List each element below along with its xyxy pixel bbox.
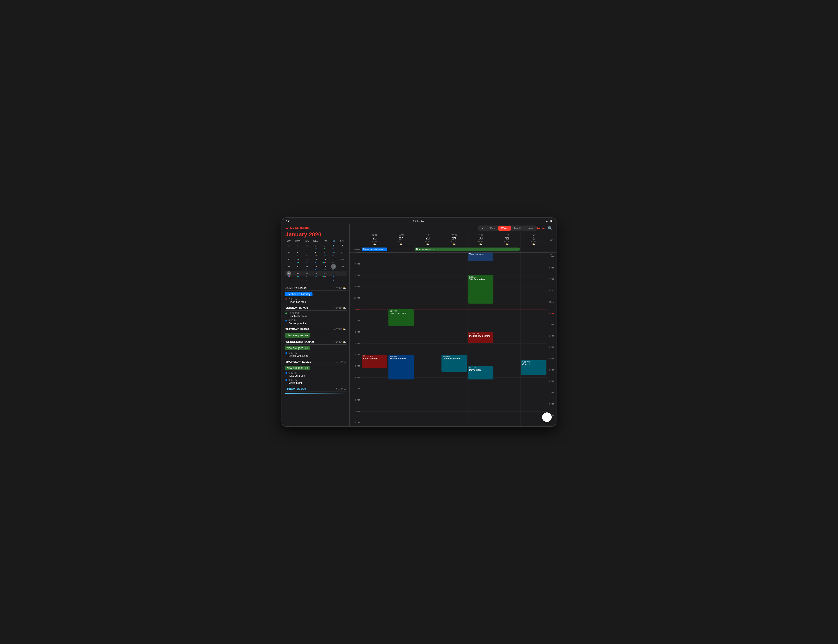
tuesday-label: TUESDAY 1/28/20 — [285, 328, 309, 331]
dinner-sam-item[interactable]: 6:00 PM Dinner with Sam — [285, 352, 347, 357]
mini-cal-day[interactable]: 29 — [286, 243, 291, 248]
my-calendars-label[interactable]: My Calendars — [290, 226, 309, 229]
status-bar: 9:41 Fri Jan 24 ▾▾ ▮▮ — [282, 218, 556, 224]
mini-cal-day[interactable]: 8 — [340, 278, 345, 283]
mini-cal-week-1[interactable]: 29 30 31 1 2 3 4 — [285, 243, 347, 248]
new-site-tue-tag[interactable]: New site goes live — [285, 333, 310, 338]
event-dot-blue — [285, 352, 287, 354]
clean-fish-tank-event[interactable]: ☐ 7:00 PM Clean fish tank — [362, 355, 387, 368]
week-day-mon[interactable]: MON 27 45°33° ⛅ — [388, 233, 415, 246]
clean-fish-tank-item[interactable]: 7:00 PM Clean fish tank — [285, 298, 347, 304]
lunch-interview-item[interactable]: 12:00 PM Lunch interview — [285, 312, 347, 318]
year-view-btn[interactable]: Year — [525, 226, 536, 231]
mini-cal-day[interactable]: 20 — [295, 264, 300, 269]
mini-cal-day[interactable]: 4 — [305, 278, 309, 283]
week-day-sun[interactable]: SUN 26 47°36° ⛅ — [361, 233, 388, 246]
stephanie-birthday-allday[interactable]: Stephanie's birthday — [362, 248, 387, 251]
mini-cal-day[interactable]: 6 — [295, 250, 300, 255]
week-day-tue[interactable]: TUE 28 42°32° ⛅ — [415, 233, 441, 246]
mini-cal-day[interactable]: 9 — [322, 250, 327, 255]
mini-cal-day[interactable]: 1 — [340, 271, 345, 276]
day-col-wed[interactable]: 6:00 PM Dinner with Sam — [441, 253, 468, 426]
day-col-sat[interactable]: 7:30 PM Concert — [520, 253, 547, 426]
new-site-allday[interactable]: New site goes live — [415, 248, 520, 251]
mini-cal-day[interactable]: 5 — [286, 250, 291, 255]
mini-cal-week-4[interactable]: 19 20 21 22 23 24 25 — [285, 264, 347, 269]
mini-cal-week-2[interactable]: 5 6 7 8 9 10 11 — [285, 250, 347, 255]
mini-cal-day[interactable]: 2 — [286, 278, 291, 283]
mini-cal-day[interactable]: 7 — [305, 250, 309, 255]
mini-cal-day[interactable]: 30 — [295, 243, 300, 248]
mini-cal-day[interactable]: 19 — [286, 264, 291, 269]
mini-cal-day[interactable]: 10 — [331, 250, 336, 255]
mini-cal-day[interactable]: 16 — [322, 257, 327, 262]
take-out-trash-item[interactable]: 6:30 AM Take out trash — [285, 371, 347, 377]
week-day-thu[interactable]: THU 30 42°34° ⛅ — [468, 233, 494, 246]
add-event-button[interactable]: + — [542, 412, 552, 422]
mini-cal-day[interactable]: 31 — [305, 243, 309, 248]
lunch-interview-event[interactable]: 12:00 PM Lunch interview — [389, 309, 414, 326]
allday-cell-sun[interactable]: Stephanie's birthday — [361, 247, 388, 252]
mini-cal-day[interactable]: 30 — [322, 271, 327, 276]
mini-cal-day-selected[interactable]: 26 — [286, 271, 291, 276]
new-site-thu-tag[interactable]: New site goes live — [285, 366, 310, 370]
mini-cal-day[interactable]: 14 — [305, 257, 309, 262]
new-site-wed-tag[interactable]: New site goes live — [285, 346, 310, 350]
take-out-trash-event[interactable]: Take out trash — [468, 253, 494, 261]
mini-cal-day[interactable]: 25 — [340, 264, 345, 269]
mini-cal-day[interactable]: 3 — [295, 278, 300, 283]
week-view-btn[interactable]: Week — [498, 226, 511, 231]
mini-cal-day[interactable]: 6 — [322, 278, 327, 283]
mini-cal-day[interactable]: 23 — [322, 264, 327, 269]
day-col-sun[interactable]: ☐ 7:00 PM Clean fish tank — [361, 253, 388, 426]
mini-cal-day[interactable]: 15 — [313, 257, 318, 262]
mini-cal-day[interactable]: 17 — [331, 257, 336, 262]
concert-event[interactable]: 7:30 PM Concert — [521, 360, 547, 375]
stephanie-birthday-tag[interactable]: Stephanie's birthday — [285, 292, 313, 296]
gear-icon[interactable]: ⚙ — [285, 226, 288, 230]
mini-cal-day[interactable]: 28 — [305, 271, 309, 276]
mini-cal-day[interactable]: 18 — [340, 257, 345, 262]
mini-cal-day-today[interactable]: 24 — [331, 264, 336, 269]
today-button[interactable]: Today — [537, 227, 545, 230]
mini-cal-day[interactable]: 12 — [286, 257, 291, 262]
movie-night-thu-item[interactable]: 8:00 PM Movie night — [285, 379, 347, 384]
allday-cell-tue[interactable]: New site goes live — [415, 247, 441, 252]
day-view-btn[interactable]: Day — [487, 226, 498, 231]
allday-cell-sat[interactable] — [520, 247, 547, 252]
mini-cal-day[interactable]: 27 — [295, 271, 300, 276]
soccer-practice-monday-item[interactable]: 6:00 PM Soccer practice — [285, 319, 347, 325]
mini-cal-day[interactable]: 7 — [331, 278, 336, 283]
mini-cal-day[interactable]: 3 — [331, 243, 336, 248]
allday-cell-mon[interactable] — [388, 247, 415, 252]
check-view-btn[interactable]: ✓ — [479, 226, 487, 231]
day-col-mon[interactable]: 12:00 PM Lunch interview 6:00 PM Soccer … — [388, 253, 415, 426]
search-button[interactable]: 🔍 — [548, 226, 553, 231]
mini-cal-day[interactable]: 31 — [331, 271, 336, 276]
day-col-tue[interactable] — [415, 253, 441, 426]
mini-cal-day[interactable]: 22 — [313, 264, 318, 269]
mini-cal-week-3[interactable]: 12 13 14 15 16 17 18 — [285, 257, 347, 262]
fundraiser-event[interactable]: 9:00 AM 10K Fundraiser — [468, 275, 494, 304]
mini-cal-day[interactable]: 13 — [295, 257, 300, 262]
mini-cal-day[interactable]: 4 — [340, 243, 345, 248]
mini-cal-day[interactable]: 1 — [313, 243, 318, 248]
mini-cal-day[interactable]: 21 — [305, 264, 309, 269]
week-day-sat[interactable]: SAT 1 46°42° ⛅ — [520, 233, 547, 246]
soccer-practice-event[interactable]: 6:00 PM Soccer practice — [389, 355, 414, 380]
dinner-sam-event[interactable]: 6:00 PM Dinner with Sam — [441, 355, 467, 372]
week-day-wed[interactable]: WED 29 41°30° ⛅ — [441, 233, 468, 246]
mini-cal-day[interactable]: 29 — [313, 271, 318, 276]
day-col-fri[interactable] — [494, 253, 521, 426]
mini-cal-day[interactable]: 8 — [313, 250, 318, 255]
mini-cal-week-6[interactable]: 2 3 4 5 6 7 8 — [285, 278, 347, 283]
mini-cal-day[interactable]: 2 — [322, 243, 327, 248]
mini-cal-day[interactable]: 5 — [313, 278, 318, 283]
movie-night-event[interactable]: 8:00 PM Movie night — [468, 366, 494, 380]
week-day-fri[interactable]: FRI 31 45°36° ⛅ — [494, 233, 521, 246]
mini-cal-week-5[interactable]: 26 27 28 29 30 31 1 — [285, 271, 347, 276]
mini-cal-day[interactable]: 11 — [340, 250, 345, 255]
day-col-thu[interactable]: Take out trash 9:00 AM 10K Fundraiser ☐ … — [468, 253, 494, 426]
month-view-btn[interactable]: Month — [511, 226, 524, 231]
dry-cleaning-event[interactable]: ☐ 4:00 PM Pick up dry cleaning — [468, 332, 494, 343]
